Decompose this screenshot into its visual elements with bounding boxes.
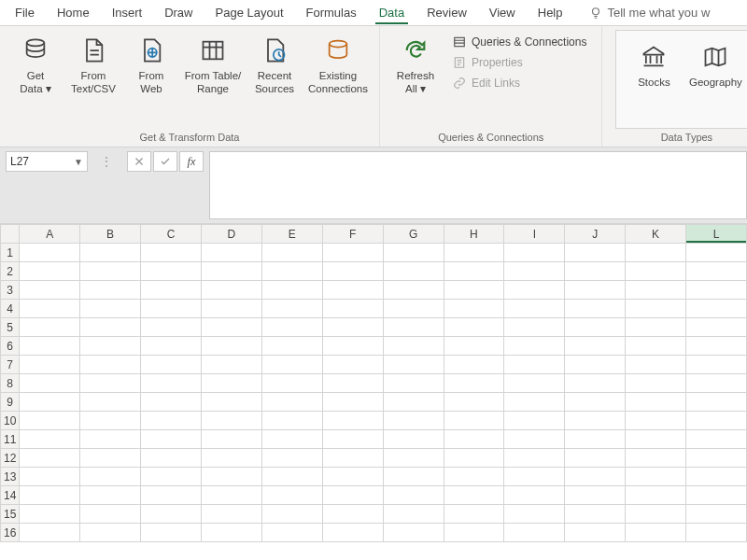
cell[interactable]: [383, 374, 444, 393]
cell[interactable]: [504, 356, 565, 374]
cell[interactable]: [141, 486, 202, 505]
cell[interactable]: [322, 412, 383, 430]
row-header[interactable]: 12: [1, 449, 20, 468]
column-header[interactable]: E: [261, 225, 322, 244]
cell[interactable]: [201, 356, 261, 374]
cell[interactable]: [322, 318, 383, 337]
cell[interactable]: [504, 449, 565, 468]
recent-sources-button[interactable]: RecentSources: [247, 30, 303, 100]
cell[interactable]: [201, 449, 261, 468]
cell[interactable]: [565, 281, 626, 300]
cell[interactable]: [141, 281, 202, 300]
cell[interactable]: [141, 449, 202, 468]
cell[interactable]: [322, 300, 383, 318]
cell[interactable]: [686, 412, 747, 430]
cell[interactable]: [444, 262, 504, 281]
cell[interactable]: [626, 430, 686, 449]
cell[interactable]: [444, 393, 504, 412]
cell[interactable]: [322, 356, 383, 374]
cell[interactable]: [201, 524, 261, 542]
cell[interactable]: [626, 262, 686, 281]
column-header[interactable]: H: [444, 225, 504, 244]
cell[interactable]: [565, 486, 626, 505]
spreadsheet-grid[interactable]: ABCDEFGHIJKL 12345678910111213141516: [0, 224, 747, 560]
cell[interactable]: [626, 468, 686, 486]
cell[interactable]: [504, 374, 565, 393]
edit-links-button[interactable]: Edit Links: [449, 75, 590, 91]
cell[interactable]: [686, 393, 747, 412]
cell[interactable]: [626, 449, 686, 468]
cell[interactable]: [261, 356, 322, 374]
cell[interactable]: [444, 337, 504, 356]
row-header[interactable]: 4: [1, 300, 20, 318]
cell[interactable]: [686, 337, 747, 356]
cell[interactable]: [565, 244, 626, 262]
from-textcsv-button[interactable]: FromText/CSV: [65, 30, 121, 100]
cell[interactable]: [201, 430, 261, 449]
cell[interactable]: [565, 412, 626, 430]
cell[interactable]: [201, 281, 261, 300]
cell[interactable]: [201, 505, 261, 524]
row-header[interactable]: 1: [1, 244, 20, 262]
cancel-entry-button[interactable]: [127, 151, 151, 172]
cell[interactable]: [322, 449, 383, 468]
cell[interactable]: [261, 505, 322, 524]
row-header[interactable]: 16: [1, 524, 20, 542]
cell[interactable]: [626, 300, 686, 318]
tab-draw[interactable]: Draw: [153, 2, 204, 23]
cell[interactable]: [20, 281, 80, 300]
cell[interactable]: [686, 486, 747, 505]
cell[interactable]: [201, 262, 261, 281]
cell[interactable]: [383, 244, 444, 262]
cell[interactable]: [261, 430, 322, 449]
from-web-button[interactable]: FromWeb: [123, 30, 179, 100]
cell[interactable]: [80, 374, 141, 393]
from-table-range-button[interactable]: From Table/Range: [181, 30, 245, 100]
cell[interactable]: [141, 244, 202, 262]
column-header[interactable]: F: [322, 225, 383, 244]
column-header[interactable]: L: [686, 225, 747, 244]
cell[interactable]: [383, 337, 444, 356]
cell[interactable]: [626, 244, 686, 262]
cell[interactable]: [686, 300, 747, 318]
cell[interactable]: [80, 430, 141, 449]
cell[interactable]: [383, 505, 444, 524]
cell[interactable]: [686, 244, 747, 262]
cell[interactable]: [201, 412, 261, 430]
cell[interactable]: [626, 281, 686, 300]
cell[interactable]: [565, 356, 626, 374]
cell[interactable]: [444, 356, 504, 374]
cell[interactable]: [444, 244, 504, 262]
cell[interactable]: [565, 468, 626, 486]
column-header[interactable]: G: [383, 225, 444, 244]
cell[interactable]: [141, 430, 202, 449]
cell[interactable]: [383, 262, 444, 281]
cell[interactable]: [444, 524, 504, 542]
row-header[interactable]: 2: [1, 262, 20, 281]
cell[interactable]: [20, 468, 80, 486]
cell[interactable]: [80, 524, 141, 542]
cell[interactable]: [383, 524, 444, 542]
cell[interactable]: [141, 337, 202, 356]
cell[interactable]: [504, 393, 565, 412]
cell[interactable]: [80, 449, 141, 468]
cell[interactable]: [261, 524, 322, 542]
cell[interactable]: [141, 468, 202, 486]
cell[interactable]: [565, 505, 626, 524]
cell[interactable]: [504, 430, 565, 449]
cell[interactable]: [626, 412, 686, 430]
cell[interactable]: [261, 468, 322, 486]
cell[interactable]: [80, 356, 141, 374]
cell[interactable]: [444, 430, 504, 449]
cell[interactable]: [80, 412, 141, 430]
cell[interactable]: [504, 262, 565, 281]
cell[interactable]: [20, 393, 80, 412]
stocks-button[interactable]: Stocks: [626, 36, 682, 92]
cell[interactable]: [444, 281, 504, 300]
cell[interactable]: [504, 244, 565, 262]
cell[interactable]: [20, 300, 80, 318]
cell[interactable]: [322, 524, 383, 542]
cell[interactable]: [20, 262, 80, 281]
cell[interactable]: [383, 393, 444, 412]
cell[interactable]: [141, 262, 202, 281]
